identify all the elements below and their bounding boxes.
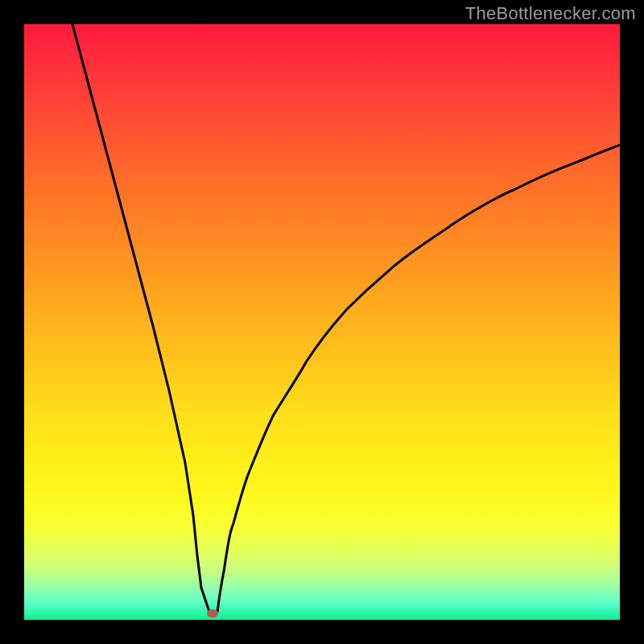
minimum-marker <box>207 609 218 617</box>
watermark-text: TheBottlenecker.com <box>465 3 636 24</box>
curve-path <box>72 24 620 612</box>
bottleneck-curve <box>24 24 620 620</box>
chart-frame: TheBottlenecker.com <box>0 0 644 644</box>
